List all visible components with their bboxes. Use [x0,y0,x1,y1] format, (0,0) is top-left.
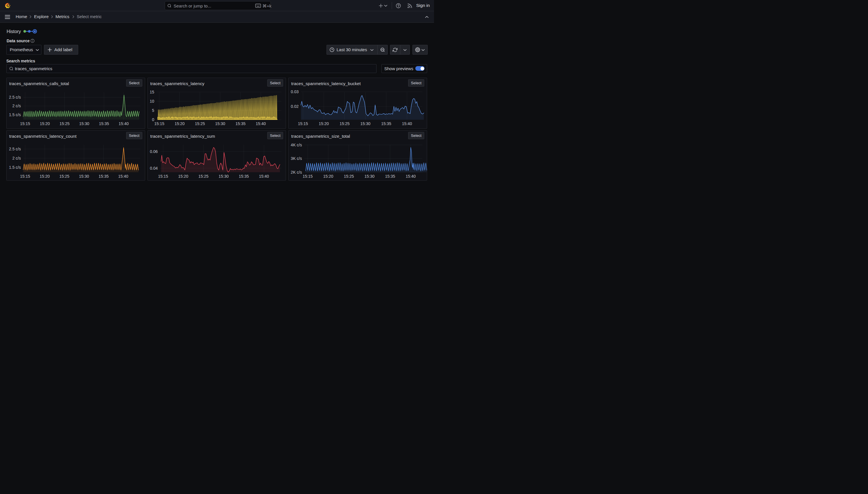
svg-text:15:25: 15:25 [344,174,354,178]
svg-text:15:25: 15:25 [195,121,205,126]
svg-text:2K c/s: 2K c/s [291,170,302,174]
svg-text:15:30: 15:30 [360,121,371,126]
svg-text:15:20: 15:20 [40,174,50,178]
svg-text:15:20: 15:20 [175,121,184,126]
svg-text:15:15: 15:15 [158,174,168,178]
svg-text:15:30: 15:30 [215,121,225,126]
svg-text:15:25: 15:25 [198,174,209,178]
svg-text:4K c/s: 4K c/s [291,142,302,147]
svg-text:15:25: 15:25 [59,174,69,178]
svg-text:15:35: 15:35 [99,121,109,126]
svg-text:15: 15 [150,90,154,94]
svg-text:10: 10 [150,99,154,103]
svg-text:15:30: 15:30 [218,174,229,178]
svg-text:15:30: 15:30 [364,174,375,178]
svg-text:15:15: 15:15 [154,121,164,126]
svg-text:15:20: 15:20 [323,174,333,178]
svg-text:15:30: 15:30 [79,174,89,178]
svg-text:15:40: 15:40 [118,174,128,178]
svg-text:1.5 c/s: 1.5 c/s [9,165,21,170]
svg-text:15:15: 15:15 [303,174,313,178]
svg-text:0.06: 0.06 [150,149,158,154]
svg-text:15:15: 15:15 [20,174,30,178]
svg-text:3K c/s: 3K c/s [291,156,302,161]
svg-text:15:35: 15:35 [381,121,392,126]
svg-text:15:15: 15:15 [298,121,308,126]
svg-text:15:40: 15:40 [406,174,416,178]
svg-text:15:35: 15:35 [99,174,108,178]
svg-text:0.04: 0.04 [150,166,158,171]
svg-text:15:40: 15:40 [402,121,412,126]
svg-text:15:40: 15:40 [256,121,265,126]
svg-text:15:35: 15:35 [385,174,395,178]
svg-text:2 c/s: 2 c/s [12,156,21,160]
svg-text:0.03: 0.03 [291,90,299,94]
svg-text:15:25: 15:25 [59,121,70,126]
svg-text:2.5 c/s: 2.5 c/s [9,95,21,100]
svg-text:2 c/s: 2 c/s [12,103,21,108]
svg-text:15:25: 15:25 [340,121,350,126]
svg-text:15:40: 15:40 [119,121,129,126]
svg-text:0: 0 [152,117,154,122]
svg-text:15:20: 15:20 [319,121,329,126]
svg-text:15:15: 15:15 [20,121,30,126]
svg-text:0.02: 0.02 [291,104,299,109]
svg-text:15:20: 15:20 [178,174,188,178]
svg-text:15:20: 15:20 [40,121,50,126]
svg-text:15:35: 15:35 [235,121,245,126]
svg-text:15:30: 15:30 [79,121,90,126]
svg-text:15:40: 15:40 [259,174,269,178]
svg-text:5: 5 [152,108,154,113]
svg-text:1.5 c/s: 1.5 c/s [9,112,21,117]
svg-text:2.5 c/s: 2.5 c/s [9,147,21,151]
svg-text:15:35: 15:35 [239,174,249,178]
